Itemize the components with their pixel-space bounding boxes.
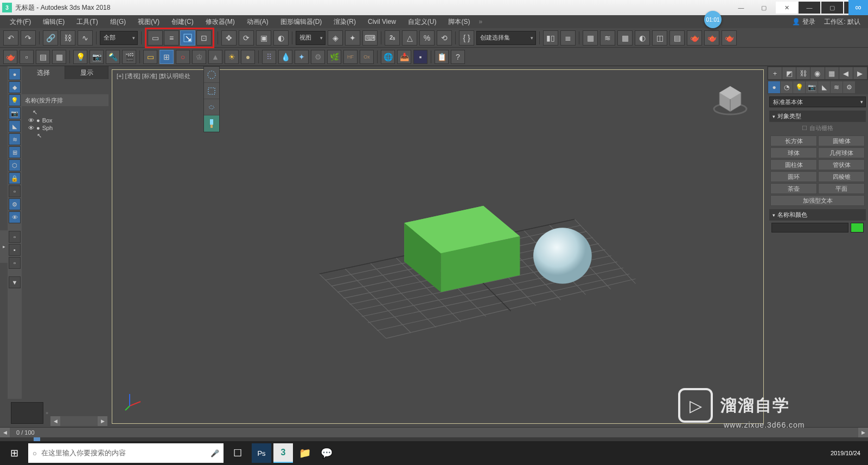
mirror-button[interactable]: ▮▯	[543, 30, 558, 46]
name-input[interactable]	[771, 223, 848, 232]
schematic-button[interactable]: ▦	[617, 30, 633, 46]
bind-button[interactable]: ∿	[78, 30, 93, 46]
link-button[interactable]: 🔗	[43, 30, 58, 46]
selset-dropdown[interactable]: 创建选择集	[476, 31, 536, 45]
lcol-3[interactable]: 💡	[9, 94, 21, 106]
cp-tab-modify[interactable]: ◩	[782, 67, 796, 79]
menu-customize[interactable]: 自定义(U)	[403, 16, 442, 28]
close-button[interactable]: ✕	[776, 2, 797, 14]
left-collapse-button[interactable]: ▸	[0, 230, 8, 263]
render-iray-button[interactable]: 🫖	[704, 30, 719, 46]
shape-cone-tool[interactable]: ▲	[208, 50, 222, 64]
color-swatch[interactable]	[851, 223, 864, 232]
btn-cone[interactable]: 圆锥体	[818, 135, 865, 146]
tree-row-root[interactable]: ↖	[24, 108, 106, 117]
windows-search[interactable]: ○ 在这里输入你要搜索的内容 🎤	[28, 443, 224, 463]
cp-tab-display[interactable]: ▦	[825, 67, 839, 79]
render-setup-button[interactable]: ◫	[652, 30, 667, 46]
lcol-11[interactable]: ⚙	[9, 198, 21, 210]
menu-animation[interactable]: 动画(A)	[241, 16, 274, 28]
cp-tab-util2[interactable]: ▶	[853, 67, 867, 79]
ox-tool[interactable]: Ox	[360, 50, 374, 64]
lcol-7[interactable]: ⊞	[9, 146, 21, 158]
angle-snap-button[interactable]: △	[402, 30, 417, 46]
cp-tab-motion[interactable]: ◉	[810, 67, 824, 79]
menu-view[interactable]: 视图(V)	[132, 16, 165, 28]
section-objecttype[interactable]: 对象类型	[769, 111, 866, 122]
btn-box[interactable]: 长方体	[770, 135, 817, 146]
lcol-5[interactable]: ◣	[9, 120, 21, 132]
rotate-button[interactable]: ⟳	[239, 30, 254, 46]
timeline-left[interactable]: ◀	[0, 428, 10, 437]
refcoord-dropdown[interactable]: 视图	[296, 31, 326, 45]
select-region-button[interactable]	[180, 30, 195, 46]
panel1-tool[interactable]: ▤	[36, 50, 50, 64]
hf-tool[interactable]: HF	[343, 50, 358, 64]
render-button[interactable]: 🫖	[687, 30, 702, 46]
menu-file[interactable]: 文件(F)	[4, 16, 36, 28]
light-dir-tool[interactable]: 🎬	[122, 50, 136, 64]
filter-dropdown[interactable]: 全部	[100, 31, 138, 45]
viewcube[interactable]	[711, 81, 749, 119]
spinner-snap-button[interactable]: ⟲	[437, 30, 452, 46]
select-object-button[interactable]: ▭	[148, 30, 163, 46]
undo-button[interactable]: ↶	[3, 30, 18, 46]
box-tool[interactable]: ▫	[20, 50, 34, 64]
btn-textext[interactable]: 加强型文本	[770, 195, 865, 206]
titlebar-max2[interactable]: ▢	[821, 2, 843, 14]
taskview-icon[interactable]: ☐	[226, 442, 250, 464]
keyboard-button[interactable]: ⌨	[362, 30, 378, 46]
scene-tab-display[interactable]: 显示	[65, 66, 108, 79]
windows-start-button[interactable]: ⊞	[2, 442, 26, 464]
timeline-right[interactable]: ▶	[858, 428, 868, 437]
cat-geometry[interactable]: ●	[768, 81, 780, 93]
btn-teapot[interactable]: 茶壶	[770, 183, 817, 194]
menu-tools[interactable]: 工具(T)	[71, 16, 103, 28]
btn-torus[interactable]: 圆环	[770, 171, 817, 182]
taskbar-wechat-icon[interactable]: 💬	[317, 443, 336, 463]
lcol-8[interactable]: ⬡	[9, 159, 21, 171]
shape-rect-tool[interactable]: ▭	[143, 50, 157, 64]
menu-group[interactable]: 组(G)	[105, 16, 131, 28]
taskbar-clock[interactable]: 2019/10/24	[825, 450, 866, 456]
lcol-filter[interactable]: ▼	[9, 276, 21, 288]
help-button[interactable]: ?	[451, 50, 465, 64]
cat-helpers[interactable]: ◣	[818, 81, 830, 93]
region-fence-button[interactable]	[204, 83, 219, 99]
taskbar-ps-icon[interactable]: Ps	[252, 443, 271, 463]
menu-modifiers[interactable]: 修改器(M)	[200, 16, 240, 28]
btn-plane[interactable]: 平面	[818, 183, 865, 194]
camera-tool[interactable]: 📷	[90, 50, 104, 64]
viewport-label[interactable]: [+] [透视] [标准] [默认明暗处	[117, 72, 190, 80]
btn-sphere[interactable]: 球体	[770, 147, 817, 158]
sphere-tool[interactable]: ●	[241, 50, 255, 64]
menu-overflow[interactable]: »	[476, 18, 484, 25]
section-namecolor[interactable]: 名称和颜色	[769, 209, 866, 221]
lcol-6[interactable]: ≋	[9, 133, 21, 145]
shape-crown-tool[interactable]: ♔	[192, 50, 206, 64]
region-lasso-button[interactable]	[204, 99, 219, 115]
layer-button[interactable]: ▦	[583, 30, 598, 46]
menu-civilview[interactable]: Civil View	[362, 17, 401, 27]
panel2-tool[interactable]: ▦	[52, 50, 66, 64]
window-crossing-button[interactable]: ⊡	[196, 30, 212, 46]
redo-button[interactable]: ↷	[21, 30, 36, 46]
region-circle-button[interactable]	[204, 67, 219, 83]
lcol-2[interactable]: ◆	[9, 81, 21, 93]
scene-tab-select[interactable]: 选择	[22, 66, 65, 79]
placement-button[interactable]: ◐	[273, 30, 289, 46]
pivot-button[interactable]: ◈	[328, 30, 343, 46]
cat-systems[interactable]: ⚙	[843, 81, 855, 93]
drop-tool[interactable]: 💧	[278, 50, 292, 64]
maximize-button[interactable]: ▢	[753, 2, 775, 14]
btn-tube[interactable]: 管状体	[818, 159, 865, 170]
clipboard-tool[interactable]: 📋	[435, 50, 449, 64]
edit-selset-button[interactable]: { }	[459, 30, 474, 46]
shape-circle-tool[interactable]: ○	[176, 50, 190, 64]
scene-thumbnail[interactable]	[11, 402, 43, 424]
scene-tree[interactable]: ↖ 👁●Box 👁●Sph ↖	[22, 106, 108, 399]
particle-tool[interactable]: ⠿	[262, 50, 276, 64]
lcol-13[interactable]: ▫	[9, 231, 21, 243]
tree-row-box[interactable]: 👁●Box	[24, 117, 106, 124]
align-button[interactable]: ≣	[560, 30, 576, 46]
